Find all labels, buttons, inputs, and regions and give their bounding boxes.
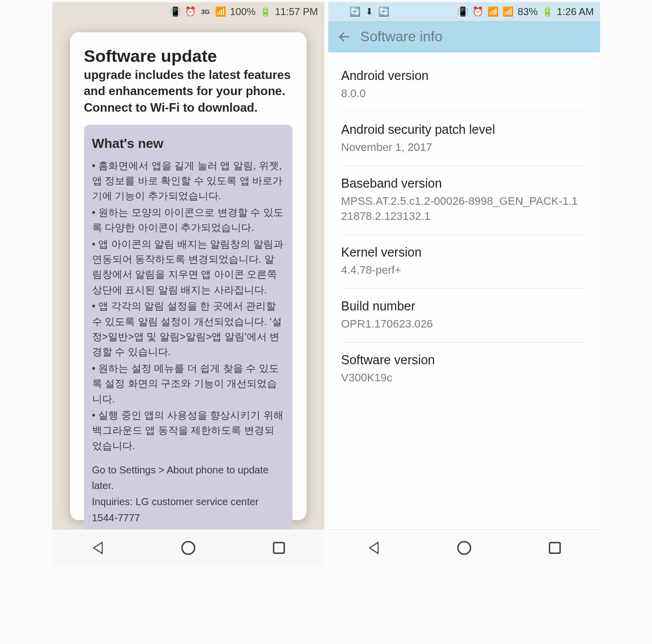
back-button[interactable] [89, 539, 106, 556]
battery-icon: 🔋 [542, 7, 553, 16]
dialog-title: Software update [84, 46, 293, 66]
whats-new-footer: 1544-7777 [92, 510, 284, 525]
setting-label: Software version [341, 353, 587, 367]
setting-android-version[interactable]: Android version 8.0.0 [341, 58, 587, 112]
signal-icon: 📶 [502, 7, 514, 16]
software-update-dialog: Software update There is a new OS availa… [70, 32, 307, 520]
setting-label: Kernel version [341, 245, 587, 260]
clock: 1:26 AM [557, 6, 594, 18]
status-bar: 📳 ⏰ 3G 📶 100% 🔋 11:57 PM [52, 2, 324, 21]
sync-icon: 🔄 [378, 7, 389, 16]
whats-new-footer: Go to Settings > About phone to update l… [92, 462, 284, 493]
left-phone: 📳 ⏰ 3G 📶 100% 🔋 11:57 PM Software update… [52, 2, 324, 566]
setting-label: Android version [341, 68, 587, 83]
alarm-icon: ⏰ [185, 7, 196, 16]
navigation-bar [52, 529, 324, 566]
sync-icon: 🔄 [349, 7, 360, 16]
square-recent-icon [273, 542, 285, 554]
signal-icon: 📶 [215, 7, 226, 16]
home-button[interactable] [456, 539, 473, 556]
square-recent-icon [549, 542, 561, 554]
whats-new-item: • 원하는 모양의 아이콘으로 변경할 수 있도록 다양한 아이콘이 추가되었습… [92, 205, 284, 235]
whats-new-item: • 앱 각각의 알림 설정을 한 곳에서 관리할 수 있도록 알림 설정이 개선… [92, 298, 284, 360]
setting-value: 4.4.78-perf+ [341, 263, 587, 278]
battery-icon: 🔋 [260, 7, 271, 16]
whats-new-item: • 실행 중인 앱의 사용성을 향상시키기 위해 백그라운드 앱 동작을 제한하… [92, 408, 284, 453]
setting-kernel[interactable]: Kernel version 4.4.78-perf+ [341, 235, 587, 289]
back-button[interactable] [336, 29, 351, 44]
app-bar: Software info [328, 21, 600, 52]
app-title: Software info [360, 29, 443, 45]
circle-home-icon [181, 541, 195, 555]
setting-value: OPR1.170623.026 [341, 316, 587, 332]
whats-new-title: What's new [92, 134, 284, 154]
whats-new-panel[interactable]: What's new • 홈화면에서 앱을 길게 눌러 앱 알림, 위젯, 앱 … [84, 125, 293, 537]
setting-baseband[interactable]: Baseband version MPSS.AT.2.5.c1.2-00026-… [341, 166, 587, 235]
alarm-icon: ⏰ [472, 7, 483, 16]
setting-software-version[interactable]: Software version V300K19c [341, 343, 587, 396]
setting-value: MPSS.AT.2.5.c1.2-00026-8998_GEN_PACK-1.1… [341, 194, 587, 225]
network-label: 3G [201, 8, 209, 16]
download-icon: ⬇ [366, 7, 373, 16]
setting-label: Android security patch level [341, 122, 587, 137]
vibrate-icon: 📳 [170, 7, 181, 16]
setting-value: V300K19c [341, 370, 587, 386]
setting-security-patch[interactable]: Android security patch level November 1,… [341, 112, 587, 166]
right-phone: 🔄 ⬇ 🔄 📳 ⏰ 📶 📶 83% 🔋 1:26 AM Software inf… [328, 2, 600, 566]
back-button[interactable] [365, 539, 382, 556]
battery-percent: 83% [518, 6, 538, 18]
setting-value: 8.0.0 [341, 86, 587, 102]
recent-button[interactable] [546, 539, 563, 556]
circle-home-icon [457, 541, 471, 555]
settings-list[interactable]: Android version 8.0.0 Android security p… [328, 52, 600, 396]
setting-label: Build number [341, 299, 587, 313]
whats-new-item: • 홈화면에서 앱을 길게 눌러 앱 알림, 위젯, 앱 정보를 바로 확인할 … [92, 158, 284, 204]
wifi-icon: 📶 [487, 7, 498, 16]
triangle-back-icon [93, 541, 103, 554]
setting-value: November 1, 2017 [341, 140, 587, 155]
battery-percent: 100% [230, 6, 256, 18]
arrow-left-icon [336, 29, 351, 44]
setting-label: Baseband version [341, 176, 587, 191]
whats-new-footer: Inquiries: LG customer service center [92, 494, 284, 509]
clock: 11:57 PM [275, 6, 318, 18]
triangle-back-icon [369, 541, 379, 554]
whats-new-item: • 원하는 설정 메뉴를 더 쉽게 찾을 수 있도록 설정 화면의 구조와 기능… [92, 361, 284, 407]
whats-new-item: • 앱 아이콘의 알림 배지는 알림창의 알림과 연동되어 동작하도록 변경되었… [92, 236, 284, 298]
intro-text: upgrade includes the latest features and… [84, 67, 293, 116]
vibrate-icon: 📳 [457, 7, 468, 16]
recent-button[interactable] [270, 539, 287, 556]
setting-build[interactable]: Build number OPR1.170623.026 [341, 289, 587, 343]
status-bar: 🔄 ⬇ 🔄 📳 ⏰ 📶 📶 83% 🔋 1:26 AM [328, 2, 600, 21]
home-button[interactable] [180, 539, 197, 556]
navigation-bar [328, 529, 600, 566]
